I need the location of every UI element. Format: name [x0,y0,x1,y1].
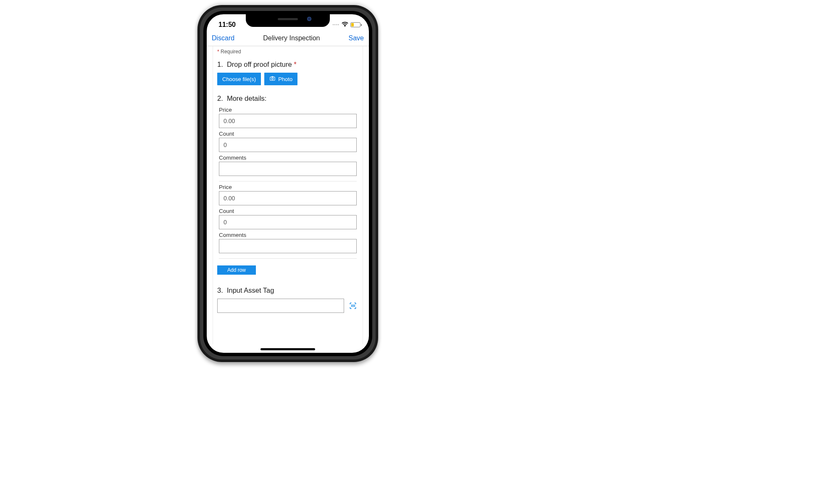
wifi-icon [342,21,348,29]
asset-tag-input[interactable] [217,299,344,313]
form-inner: * Required 1. Drop off proof picture * C… [213,46,363,344]
question-3-title: 3. Input Asset Tag [217,286,358,294]
phone-notch [246,14,330,27]
page-title: Delivery Inspection [263,34,320,42]
question-2-title: 2. More details: [217,94,358,102]
notch-camera [307,17,311,21]
comments-input[interactable] [219,162,357,176]
photo-label: Photo [278,76,292,82]
q1-button-row: Choose file(s) Photo [217,73,358,85]
q2-text: More details: [227,94,266,102]
required-asterisk: * [217,49,219,55]
row-separator [219,258,357,259]
comments-label: Comments [219,155,357,161]
q2-row2-count: Count [219,208,357,229]
row-separator [219,181,357,181]
count-label: Count [219,208,357,214]
cellular-dots-icon: •••• [332,23,339,27]
price-input[interactable] [219,114,357,128]
camera-icon [269,75,276,83]
count-input[interactable] [219,138,357,152]
required-note: * Required [217,49,358,55]
question-1-title: 1. Drop off proof picture * [217,60,358,68]
price-label: Price [219,107,357,113]
asset-tag-row [217,299,358,313]
comments-label: Comments [219,232,357,238]
notch-speaker [278,18,298,20]
q1-required-mark: * [294,60,296,68]
required-label: Required [221,49,241,55]
choose-files-label: Choose file(s) [222,76,256,82]
add-row-button[interactable]: Add row [217,265,256,275]
status-right: •••• [332,21,360,29]
q2-row2-price: Price [219,184,357,205]
discard-button[interactable]: Discard [212,34,234,42]
phone-mock: 11:50 •••• Discard Delivery Inspection S… [197,5,378,362]
choose-files-button[interactable]: Choose file(s) [217,73,261,85]
price-input[interactable] [219,191,357,205]
q1-number: 1. [217,60,223,68]
q2-row1-count: Count [219,131,357,152]
battery-fill [351,23,354,26]
battery-icon [350,22,360,27]
photo-button[interactable]: Photo [264,73,297,85]
nav-header: Discard Delivery Inspection Save [207,30,369,46]
phone-screen: 11:50 •••• Discard Delivery Inspection S… [207,14,369,353]
barcode-scan-button[interactable] [347,300,358,311]
svg-rect-0 [270,77,275,80]
q3-number: 3. [217,286,223,294]
svg-point-1 [272,78,274,79]
save-button[interactable]: Save [349,34,364,42]
q3-text: Input Asset Tag [227,286,274,294]
count-label: Count [219,131,357,137]
home-indicator [260,348,315,350]
q2-row2-comments: Comments [219,232,357,253]
status-time: 11:50 [218,21,236,29]
comments-input[interactable] [219,239,357,253]
price-label: Price [219,184,357,190]
q2-row1-comments: Comments [219,155,357,176]
form-scroll[interactable]: * Required 1. Drop off proof picture * C… [207,46,369,353]
q2-number: 2. [217,94,223,102]
q2-row1-price: Price [219,107,357,128]
count-input[interactable] [219,215,357,229]
q1-text: Drop off proof picture [227,60,292,68]
